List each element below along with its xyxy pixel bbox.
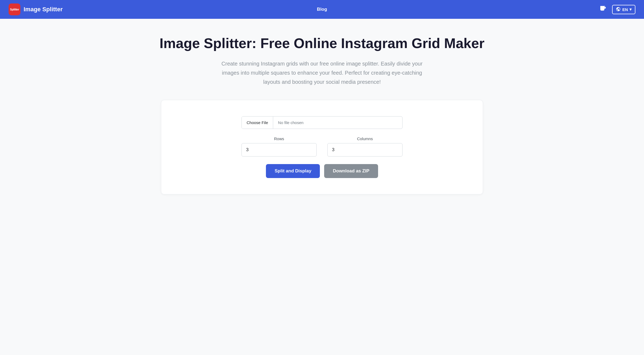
navbar: Splitter Image Splitter Blog EN ▾ bbox=[0, 0, 644, 19]
chevron-down-icon: ▾ bbox=[630, 7, 632, 12]
rows-label: Rows bbox=[241, 136, 317, 141]
hero-title: Image Splitter: Free Online Instagram Gr… bbox=[145, 35, 499, 52]
choose-file-button[interactable]: Choose File bbox=[242, 117, 273, 129]
language-button[interactable]: EN ▾ bbox=[612, 5, 635, 14]
navbar-right: EN ▾ bbox=[598, 3, 635, 15]
split-and-display-button[interactable]: Split and Display bbox=[266, 164, 320, 178]
rows-input[interactable] bbox=[241, 143, 317, 157]
file-input-wrapper[interactable]: Choose File No file chosen bbox=[241, 116, 402, 129]
coffee-icon bbox=[600, 5, 607, 14]
columns-input[interactable] bbox=[327, 143, 402, 157]
columns-field-group: Columns bbox=[327, 136, 402, 157]
blog-link[interactable]: Blog bbox=[317, 7, 327, 12]
rows-cols-container: Rows Columns bbox=[241, 136, 402, 157]
file-no-chosen-label: No file chosen bbox=[273, 117, 308, 129]
lang-label: EN bbox=[622, 7, 628, 12]
tool-card: Choose File No file chosen Rows Columns … bbox=[161, 100, 483, 194]
navbar-center: Blog bbox=[317, 7, 327, 12]
rows-field-group: Rows bbox=[241, 136, 317, 157]
tool-inner: Choose File No file chosen Rows Columns … bbox=[241, 116, 402, 178]
download-zip-button[interactable]: Download as ZIP bbox=[324, 164, 378, 178]
action-buttons: Split and Display Download as ZIP bbox=[266, 164, 378, 178]
logo-icon: Splitter bbox=[9, 3, 20, 15]
hero-subtitle: Create stunning Instagram grids with our… bbox=[215, 59, 429, 86]
main-content: Image Splitter: Free Online Instagram Gr… bbox=[134, 19, 510, 211]
navbar-left: Splitter Image Splitter bbox=[9, 3, 63, 15]
app-title: Image Splitter bbox=[24, 6, 63, 13]
columns-label: Columns bbox=[327, 136, 402, 141]
globe-icon bbox=[616, 7, 621, 12]
coffee-button[interactable] bbox=[598, 3, 608, 15]
